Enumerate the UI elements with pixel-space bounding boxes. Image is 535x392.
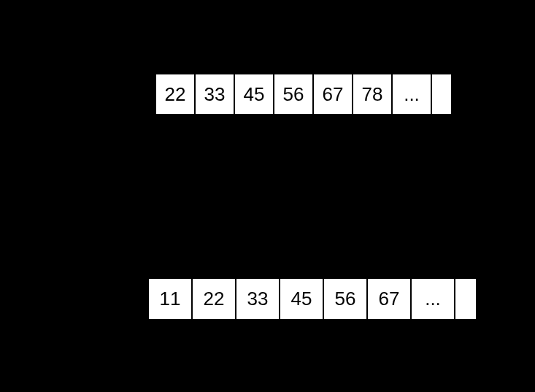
array-top: 22 33 45 56 67 78 ...: [155, 73, 453, 115]
array-cell-empty: [432, 74, 451, 114]
array-cell: 67: [368, 279, 412, 319]
array-cell: 67: [314, 74, 353, 114]
array-bottom: 11 22 33 45 56 67 ...: [147, 277, 477, 320]
array-cell: 56: [274, 74, 314, 114]
array-cell: 33: [236, 279, 280, 319]
array-cell-empty: [455, 279, 476, 319]
array-cell: 78: [353, 74, 393, 114]
array-cell: 45: [235, 74, 274, 114]
array-cell: 22: [193, 279, 236, 319]
array-cell: 45: [280, 279, 324, 319]
array-cell: 33: [196, 74, 235, 114]
array-cell-ellipsis: ...: [393, 74, 432, 114]
array-cell: 11: [149, 279, 193, 319]
array-cell: 22: [156, 74, 196, 114]
array-cell: 56: [324, 279, 368, 319]
array-cell-ellipsis: ...: [412, 279, 455, 319]
